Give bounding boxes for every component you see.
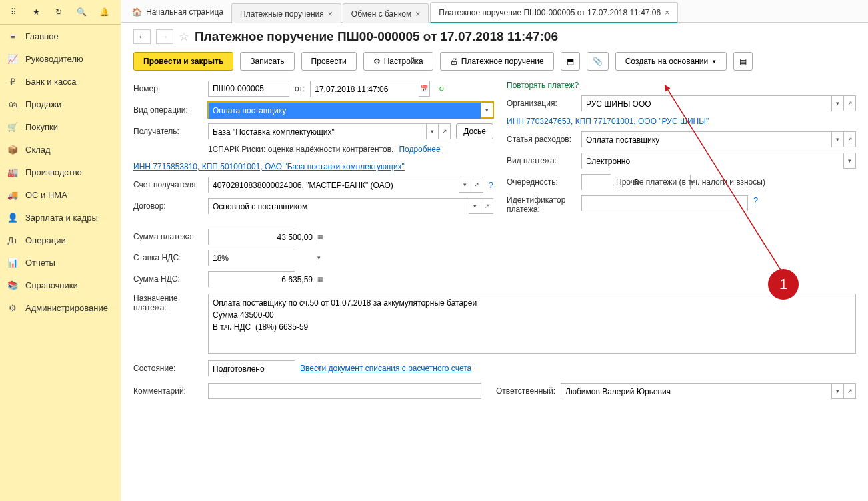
- sidebar-item-11[interactable]: 📚Справочники: [0, 274, 121, 296]
- tab-label: Обмен с банком: [351, 9, 411, 19]
- op-type-label: Вид операции:: [133, 105, 203, 115]
- vat-rate-input[interactable]: [209, 250, 317, 266]
- sidebar-item-label: Склад: [25, 145, 51, 155]
- expense-input[interactable]: [582, 132, 831, 148]
- expense-label: Статья расходов:: [507, 135, 576, 144]
- open-icon[interactable]: ↗: [843, 96, 855, 111]
- open-icon[interactable]: ↗: [481, 199, 493, 213]
- favorite-star-icon[interactable]: ☆: [179, 29, 189, 44]
- amount-input[interactable]: [209, 229, 317, 245]
- date-input[interactable]: [311, 81, 419, 97]
- open-icon[interactable]: ↗: [438, 124, 450, 139]
- history-icon[interactable]: ↻: [48, 4, 69, 20]
- sidebar-item-label: ОС и НМА: [25, 190, 67, 200]
- chevron-down-icon[interactable]: ▾: [469, 199, 481, 213]
- tab-1[interactable]: Обмен с банком×: [343, 3, 429, 23]
- bell-icon[interactable]: 🔔: [93, 4, 115, 20]
- close-icon[interactable]: ×: [328, 9, 333, 19]
- op-type-input[interactable]: [209, 103, 481, 119]
- repeat-payment-link[interactable]: Повторять платеж?: [507, 81, 579, 90]
- from-label: от:: [295, 84, 305, 93]
- tab-0[interactable]: Платежные поручения×: [231, 3, 341, 23]
- report-button[interactable]: ▤: [733, 52, 753, 71]
- main: 🏠 Начальная страница Платежные поручения…: [121, 0, 868, 501]
- open-icon[interactable]: ↗: [843, 384, 855, 398]
- recipient-input[interactable]: [209, 124, 426, 140]
- save-button[interactable]: Записать: [240, 52, 294, 71]
- dossier-button[interactable]: Досье: [456, 123, 493, 139]
- create-based-button[interactable]: Создать на основании ▼: [615, 52, 727, 71]
- id-input[interactable]: [581, 195, 748, 211]
- chevron-down-icon[interactable]: ▾: [459, 177, 471, 192]
- spark-more-link[interactable]: Подробнее: [399, 145, 440, 154]
- calendar-icon[interactable]: 📅: [419, 81, 429, 96]
- help-icon[interactable]: ?: [753, 195, 758, 205]
- sidebar-item-5[interactable]: 📦Склад: [0, 138, 121, 161]
- sidebar-icon: ₽: [7, 75, 19, 87]
- sidebar-item-8[interactable]: 👤Зарплата и кадры: [0, 206, 121, 229]
- purpose-textarea[interactable]: [208, 294, 856, 354]
- settings-button[interactable]: ⚙Настройка: [363, 52, 433, 71]
- sidebar-icon: 🏭: [7, 166, 19, 178]
- chevron-down-icon[interactable]: ▾: [831, 132, 843, 147]
- open-icon[interactable]: ↗: [471, 177, 483, 192]
- close-icon[interactable]: ×: [415, 9, 420, 19]
- chevron-down-icon[interactable]: ▾: [843, 153, 855, 168]
- structure-button[interactable]: ⬒: [561, 52, 580, 71]
- sidebar-icon: 📈: [7, 53, 19, 65]
- sidebar-item-12[interactable]: ⚙Администрирование: [0, 296, 121, 319]
- back-button[interactable]: ←: [133, 29, 151, 44]
- vat-rate-label: Ставка НДС:: [133, 253, 203, 262]
- contract-input[interactable]: [209, 199, 469, 215]
- calculator-icon[interactable]: ▦: [317, 272, 323, 286]
- help-icon[interactable]: ?: [489, 180, 493, 190]
- star-icon[interactable]: ★: [25, 4, 47, 20]
- close-icon[interactable]: ×: [665, 8, 669, 17]
- print-button[interactable]: 🖨Платежное поручение: [440, 52, 554, 71]
- sidebar-icon: ⚙: [7, 302, 19, 314]
- calculator-icon[interactable]: ▦: [317, 229, 323, 244]
- sidebar-item-10[interactable]: 📊Отчеты: [0, 251, 121, 274]
- sidebar-icon: 🛍: [7, 98, 19, 110]
- chevron-down-icon[interactable]: ▾: [831, 96, 843, 111]
- chevron-down-icon[interactable]: ▾: [426, 124, 438, 139]
- search-icon[interactable]: 🔍: [71, 4, 92, 20]
- sidebar-item-1[interactable]: 📈Руководителю: [0, 47, 121, 70]
- chevron-down-icon[interactable]: ▾: [831, 384, 843, 398]
- pay-type-label: Вид платежа:: [507, 156, 576, 165]
- comment-input[interactable]: [208, 383, 481, 399]
- post-and-close-button[interactable]: Провести и закрыть: [133, 52, 233, 71]
- chevron-down-icon[interactable]: ▾: [481, 103, 493, 117]
- sidebar-item-0[interactable]: ≡Главное: [0, 25, 121, 47]
- responsible-label: Ответственный:: [496, 386, 555, 396]
- sidebar-item-6[interactable]: 🏭Производство: [0, 161, 121, 183]
- sidebar-item-4[interactable]: 🛒Покупки: [0, 115, 121, 138]
- printer-icon: 🖨: [450, 57, 458, 66]
- responsible-input[interactable]: [561, 384, 831, 400]
- number-input[interactable]: [208, 81, 289, 97]
- org-input[interactable]: [582, 96, 831, 112]
- sidebar-item-label: Продажи: [25, 99, 61, 109]
- status-link[interactable]: Ввести документ списания с расчетного сч…: [300, 364, 471, 373]
- forward-button[interactable]: →: [156, 29, 173, 44]
- attach-button[interactable]: 📎: [587, 52, 609, 71]
- tab-label: Платежное поручение ПШ00-000005 от 17.07…: [439, 8, 661, 17]
- pay-type-input[interactable]: [582, 153, 843, 169]
- tab-home[interactable]: 🏠 Начальная страница: [124, 1, 231, 22]
- refresh-date-icon[interactable]: ↻: [435, 81, 447, 97]
- org-details-link[interactable]: ИНН 7703247653, КПП 771701001, ООО "РУС …: [507, 117, 709, 126]
- recipient-details-link[interactable]: ИНН 7715853810, КПП 501001001, ОАО "База…: [133, 162, 405, 171]
- open-icon[interactable]: ↗: [843, 132, 855, 147]
- sidebar-item-3[interactable]: 🛍Продажи: [0, 93, 121, 115]
- vat-sum-input[interactable]: [209, 272, 317, 288]
- form-left-column: Номер: от: 📅 ↻ Вид операции: ▾: [133, 81, 493, 287]
- apps-icon[interactable]: ⠿: [3, 4, 24, 20]
- tab-2[interactable]: Платежное поручение ПШ00-000005 от 17.07…: [430, 2, 678, 23]
- sidebar-item-7[interactable]: 🚚ОС и НМА: [0, 183, 121, 206]
- form-right-column: Повторять платеж? Организация: ▾ ↗ ИНН 7…: [507, 81, 856, 287]
- sidebar-item-9[interactable]: ДтОперации: [0, 229, 121, 251]
- sidebar-item-2[interactable]: ₽Банк и касса: [0, 70, 121, 93]
- post-button[interactable]: Провести: [301, 52, 357, 71]
- chevron-down-icon[interactable]: ▾: [317, 250, 321, 265]
- account-input[interactable]: [209, 177, 459, 193]
